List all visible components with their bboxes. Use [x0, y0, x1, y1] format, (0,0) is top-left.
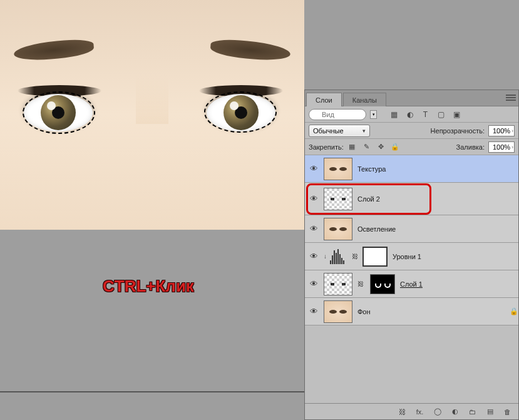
layer-row[interactable]: 👁 Фон 🔒 [305, 298, 518, 325]
layer-row[interactable]: 👁 Текстура [305, 155, 518, 183]
layer-fx-icon[interactable]: fx. [415, 407, 424, 416]
new-layer-icon[interactable]: ▤ [485, 407, 495, 416]
blend-row: Обычные Непрозрачность: 100% [305, 123, 518, 139]
canvas-bottom-rule [0, 391, 304, 392]
visibility-icon[interactable]: 👁 [309, 252, 319, 262]
fill-label: Заливка: [456, 143, 485, 151]
layer-filter-input[interactable] [309, 109, 366, 120]
layer-name[interactable]: Уровни 1 [393, 253, 421, 260]
opacity-input[interactable]: 100% [488, 125, 515, 136]
layer-thumb[interactable] [324, 158, 352, 180]
layer-thumb[interactable] [324, 273, 352, 295]
eyebrow-left [13, 38, 95, 62]
eyebrow-right [210, 38, 291, 62]
tab-layers[interactable]: Слои [306, 93, 342, 106]
layer-thumb[interactable] [324, 188, 352, 210]
fill-input[interactable]: 100% [488, 141, 515, 153]
layer-row[interactable]: 👁 ⛓ Слой 1 [305, 270, 518, 298]
link-icon[interactable]: ⛓ [352, 253, 359, 260]
filter-icons: ▦ ◐ T ▢ ▣ [389, 110, 461, 119]
tab-channels[interactable]: Каналы [343, 93, 386, 106]
visibility-icon[interactable]: 👁 [309, 164, 319, 174]
nose [136, 75, 168, 124]
add-mask-icon[interactable]: ◯ [433, 407, 442, 416]
lock-icon: 🔒 [510, 307, 518, 315]
layer-row[interactable]: 👁 ↓ ⛓ Уровни 1 [305, 243, 518, 270]
layer-name[interactable]: Осветление [357, 225, 396, 233]
workspace: CTRL+Клик Слои Каналы ▾ ▦ ◐ T [0, 0, 519, 420]
lock-row: Закрепить: ▦ ✎ ✥ 🔒 Заливка: 100% [305, 139, 518, 155]
panel-area: Слои Каналы ▾ ▦ ◐ T ▢ ▣ [304, 0, 519, 420]
panel-tabs: Слои Каналы [305, 90, 518, 106]
image-viewport[interactable] [0, 0, 304, 230]
filter-smart-icon[interactable]: ▣ [452, 110, 461, 119]
canvas-area: CTRL+Клик [0, 0, 304, 420]
layer-mask-thumb[interactable] [370, 274, 395, 294]
marquee-right[interactable] [204, 91, 277, 133]
blend-mode-select[interactable]: Обычные [309, 125, 370, 137]
layers-list: 👁 Текстура 👁 Слой 2 👁 Осветление 👁 [305, 155, 518, 403]
panel-menu-icon[interactable] [506, 93, 516, 103]
annotation-text: CTRL+Клик [103, 277, 194, 296]
opacity-label: Непрозрачность: [431, 127, 485, 135]
layer-name[interactable]: Слой 1 [400, 280, 423, 288]
layer-row[interactable]: 👁 Слой 2 [305, 183, 518, 215]
filter-dropdown-icon[interactable]: ▾ [370, 110, 377, 119]
filter-shape-icon[interactable]: ▢ [436, 110, 446, 119]
link-icon[interactable]: ⛓ [357, 280, 365, 287]
new-adjustment-icon[interactable]: ◐ [450, 407, 460, 416]
blend-mode-value: Обычные [313, 127, 344, 135]
levels-icon [330, 249, 349, 264]
layer-mask-thumb[interactable] [362, 247, 388, 267]
filter-adjust-icon[interactable]: ◐ [405, 110, 414, 119]
visibility-icon[interactable]: 👁 [309, 279, 319, 289]
layer-name[interactable]: Слой 2 [357, 195, 380, 203]
lock-all-icon[interactable]: 🔒 [391, 142, 400, 151]
visibility-icon[interactable]: 👁 [309, 307, 319, 317]
clip-indicator-icon: ↓ [324, 253, 327, 260]
layer-thumb[interactable] [324, 218, 352, 240]
filter-pixel-icon[interactable]: ▦ [389, 110, 399, 119]
layer-thumb[interactable] [324, 300, 352, 323]
filter-row: ▾ ▦ ◐ T ▢ ▣ [305, 106, 518, 123]
new-group-icon[interactable]: 🗀 [468, 407, 477, 416]
lock-icons: ▦ ✎ ✥ 🔒 [347, 142, 400, 151]
layer-name[interactable]: Текстура [357, 165, 386, 173]
layers-panel: Слои Каналы ▾ ▦ ◐ T ▢ ▣ [304, 90, 519, 420]
visibility-icon[interactable]: 👁 [309, 194, 319, 204]
lock-transparent-icon[interactable]: ▦ [347, 142, 357, 151]
lock-position-icon[interactable]: ✥ [376, 142, 386, 151]
link-layers-icon[interactable]: ⛓ [398, 407, 407, 416]
visibility-icon[interactable]: 👁 [309, 224, 319, 234]
layer-name[interactable]: Фон [357, 308, 371, 315]
adjustment-group: ↓ ⛓ [324, 247, 388, 267]
filter-type-icon[interactable]: T [421, 110, 430, 119]
panel-footer: ⛓ fx. ◯ ◐ 🗀 ▤ 🗑 [305, 403, 518, 419]
face-image [0, 0, 304, 230]
lock-label: Закрепить: [309, 143, 344, 151]
lock-pixels-icon[interactable]: ✎ [362, 142, 371, 151]
layer-row[interactable]: 👁 Осветление [305, 215, 518, 243]
delete-layer-icon[interactable]: 🗑 [503, 407, 512, 416]
marquee-left[interactable] [23, 91, 95, 134]
